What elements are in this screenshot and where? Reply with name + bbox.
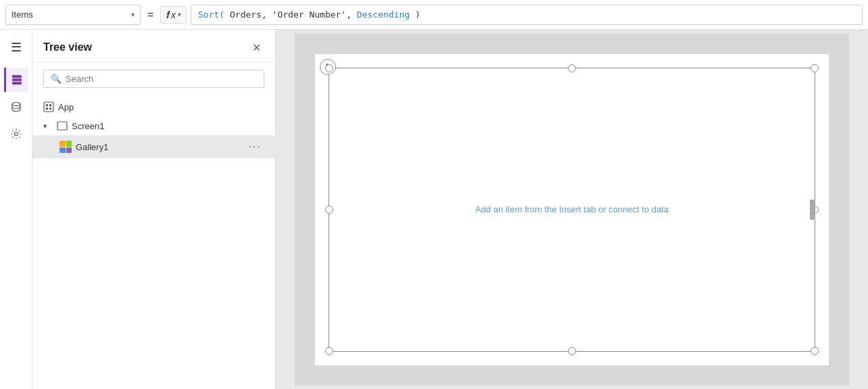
tree-panel-title: Tree view	[43, 41, 92, 53]
gallery-icon	[59, 141, 72, 153]
gallery1-more-button[interactable]: ···	[246, 139, 264, 154]
database-icon	[10, 101, 22, 113]
svg-rect-10	[57, 122, 67, 130]
tree-items: App ▾ Screen1 Gallery1 ···	[32, 95, 275, 389]
handle-bottom-right[interactable]	[811, 347, 819, 355]
canvas-white[interactable]: Add an item from the Insert tab or conne…	[315, 54, 829, 365]
layers-button[interactable]	[4, 68, 28, 92]
svg-point-4	[14, 133, 18, 136]
tree-close-button[interactable]: ✕	[248, 39, 264, 55]
search-box[interactable]: 🔍	[43, 70, 264, 88]
canvas-background: Add an item from the Insert tab or conne…	[295, 34, 849, 386]
gallery-placeholder: Add an item from the Insert tab or conne…	[475, 204, 669, 214]
search-icon: 🔍	[51, 74, 62, 84]
chevron-down-icon: ▾	[131, 11, 135, 18]
edit-pencil-button[interactable]: ✎	[320, 59, 336, 75]
handle-middle-right[interactable]	[811, 206, 819, 214]
handle-top-left[interactable]	[325, 64, 333, 72]
tree-panel: Tree view ✕ 🔍 App ▾	[32, 30, 276, 389]
property-label: Items	[11, 9, 33, 20]
settings-button[interactable]	[4, 122, 28, 146]
scroll-handle[interactable]	[810, 200, 815, 220]
layers-icon	[11, 74, 23, 86]
handle-middle-left[interactable]	[325, 206, 333, 214]
svg-rect-9	[49, 108, 51, 110]
svg-rect-5	[44, 102, 53, 112]
tree-item-app[interactable]: App	[32, 97, 275, 116]
chevron-down-icon: ▾	[43, 122, 53, 131]
svg-point-3	[12, 103, 20, 106]
icon-sidebar: ☰	[0, 30, 32, 389]
fx-x: x	[171, 9, 176, 20]
tree-item-gallery1[interactable]: Gallery1 ···	[32, 135, 275, 158]
svg-rect-6	[46, 104, 48, 106]
hamburger-menu-button[interactable]: ☰	[4, 35, 28, 60]
top-bar: Items ▾ = f x ▾ Sort( Orders, 'Order Num…	[0, 0, 868, 30]
svg-rect-1	[12, 78, 22, 81]
fx-chevron-icon: ▾	[177, 11, 180, 18]
selection-box: ✎	[329, 68, 815, 352]
tree-header: Tree view ✕	[32, 30, 275, 63]
screen-icon	[57, 120, 68, 131]
data-button[interactable]	[4, 95, 28, 119]
search-input[interactable]	[66, 74, 257, 84]
handle-top-middle[interactable]	[568, 64, 576, 72]
property-dropdown[interactable]: Items ▾	[5, 5, 141, 25]
handle-bottom-left[interactable]	[325, 347, 333, 355]
app-icon	[43, 101, 54, 112]
canvas-area: Add an item from the Insert tab or conne…	[276, 30, 868, 389]
equals-sign: =	[145, 9, 156, 21]
tree-item-screen1[interactable]: ▾ Screen1	[32, 116, 275, 135]
main-area: ☰ Tree view ✕	[0, 30, 868, 389]
gallery1-label: Gallery1	[76, 142, 108, 152]
fx-label: f	[166, 9, 170, 20]
svg-rect-0	[12, 75, 22, 78]
app-label: App	[58, 102, 74, 112]
screen1-label: Screen1	[72, 121, 104, 131]
svg-rect-8	[46, 108, 48, 110]
svg-rect-7	[49, 104, 51, 106]
handle-top-right[interactable]	[811, 64, 819, 72]
formula-bar[interactable]: Sort( Orders, 'Order Number', Descending…	[191, 5, 863, 25]
fx-button[interactable]: f x ▾	[160, 6, 187, 24]
settings-icon	[10, 128, 22, 140]
handle-bottom-middle[interactable]	[568, 347, 576, 355]
svg-rect-2	[12, 82, 22, 85]
formula-text: Sort( Orders, 'Order Number', Descending…	[198, 9, 420, 20]
